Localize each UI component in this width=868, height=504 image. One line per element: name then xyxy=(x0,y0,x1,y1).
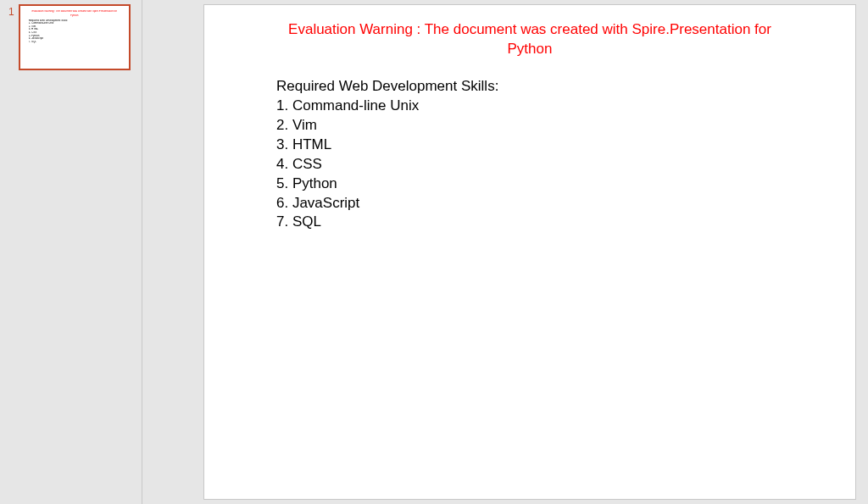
thumb-item: 7. SQL xyxy=(29,41,123,44)
thumbnail-slide[interactable]: Evaluation Warning : The document was cr… xyxy=(19,4,131,70)
list-title: Required Web Development Skills: xyxy=(276,77,783,97)
thumbnail-panel: 1 Evaluation Warning : The document was … xyxy=(0,0,142,504)
thumb-warning-line2: Python xyxy=(26,14,123,17)
main-slide[interactable]: Evaluation Warning : The document was cr… xyxy=(203,4,856,500)
list-item: 4. CSS xyxy=(276,155,783,174)
warning-line2: Python xyxy=(508,41,553,57)
list-item: 6. JavaScript xyxy=(276,194,783,213)
evaluation-warning: Evaluation Warning : The document was cr… xyxy=(204,5,855,64)
slide-content: Required Web Development Skills: 1. Comm… xyxy=(204,64,855,233)
thumbnail-number: 1 xyxy=(8,6,14,18)
thumb-content: Required Web Development Skills: 1. Comm… xyxy=(26,19,123,44)
list-item: 5. Python xyxy=(276,174,783,194)
list-item: 1. Command-line Unix xyxy=(276,97,783,116)
thumb-warning-line1: Evaluation Warning : The document was cr… xyxy=(26,10,123,13)
list-item: 7. SQL xyxy=(276,213,783,232)
thumbnail-container: 1 Evaluation Warning : The document was … xyxy=(8,4,131,70)
list-item: 3. HTML xyxy=(276,136,783,155)
list-item: 2. Vim xyxy=(276,116,783,136)
warning-line1: Evaluation Warning : The document was cr… xyxy=(288,21,771,37)
